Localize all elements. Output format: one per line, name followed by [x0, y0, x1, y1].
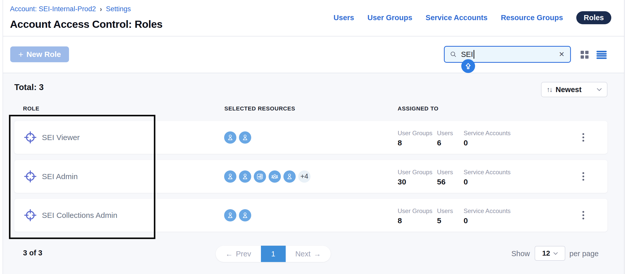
- assigned-user-groups: User Groups30: [398, 169, 432, 186]
- tab-resource-groups[interactable]: Resource Groups: [501, 14, 563, 22]
- row-menu-kebab-icon[interactable]: [578, 170, 588, 183]
- search-input[interactable]: SEI ✕: [444, 46, 571, 63]
- search-icon: [449, 50, 457, 58]
- user-resource-icon: [239, 131, 251, 144]
- result-count: 3 of 3: [23, 249, 42, 257]
- assigned-service-accounts: Service Accounts0: [464, 207, 511, 225]
- selected-resources: +4: [224, 170, 310, 183]
- page-title: Account Access Control: Roles: [10, 18, 163, 30]
- plus-icon: +: [18, 50, 24, 59]
- assigned-user-groups: User Groups8: [398, 207, 432, 225]
- right-border: [624, 0, 625, 274]
- row-menu-kebab-icon[interactable]: [578, 209, 588, 222]
- tab-user-groups[interactable]: User Groups: [367, 14, 412, 22]
- left-border: [3, 0, 3, 274]
- per-page-label: per page: [569, 250, 599, 258]
- assigned-user-groups: User Groups8: [398, 130, 432, 147]
- tab-service-accounts[interactable]: Service Accounts: [425, 14, 487, 22]
- breadcrumb-settings-link[interactable]: Settings: [106, 5, 131, 13]
- breadcrumb: Account: SEI-Internal-Prod2 › Settings: [10, 5, 131, 13]
- role-name: SEI Viewer: [42, 133, 80, 142]
- tab-users[interactable]: Users: [334, 14, 354, 22]
- user-resource-icon: [224, 131, 236, 144]
- search-value: SEI: [461, 50, 558, 59]
- assigned-users: Users56: [437, 169, 453, 186]
- user-resource-icon: [224, 209, 236, 221]
- show-label: Show: [511, 250, 530, 258]
- total-count: Total: 3: [14, 82, 44, 92]
- selected-resources: [224, 209, 251, 221]
- group-resource-icon: [269, 170, 281, 183]
- header-divider: [3, 36, 624, 36]
- assigned-service-accounts: Service Accounts0: [464, 130, 511, 147]
- user-resource-icon: [283, 170, 296, 183]
- role-crosshair-icon: [23, 208, 38, 222]
- new-role-button-label: New Role: [26, 50, 61, 59]
- assigned-users: Users6: [437, 130, 453, 147]
- sort-arrows-icon: ↑↓: [547, 86, 552, 94]
- insights-resource-icon: [254, 170, 266, 183]
- new-role-button[interactable]: + New Role: [10, 46, 69, 62]
- selected-resources: [224, 131, 251, 144]
- role-row-sei-collections-admin[interactable]: SEI Collections Admin User Groups8 Users…: [14, 199, 607, 232]
- text-caret: [474, 50, 474, 59]
- caps-lock-overlay-icon: [461, 59, 475, 73]
- clear-search-icon[interactable]: ✕: [558, 50, 566, 58]
- role-crosshair-icon: [23, 169, 38, 184]
- arrow-right-icon: →: [314, 250, 321, 258]
- column-header-assigned: ASSIGNED TO: [398, 105, 439, 112]
- roles-page: Account: SEI-Internal-Prod2 › Settings A…: [0, 0, 644, 274]
- role-row-sei-viewer[interactable]: SEI Viewer User Groups8 Users6 Service A…: [14, 121, 607, 154]
- chevron-down-icon: [597, 88, 602, 91]
- sort-dropdown[interactable]: ↑↓ Newest: [541, 82, 607, 97]
- list-view-icon[interactable]: [596, 51, 607, 59]
- user-resource-icon: [239, 170, 251, 183]
- access-control-tabs: Users User Groups Service Accounts Resou…: [334, 11, 611, 24]
- column-header-resources: SELECTED RESOURCES: [224, 105, 295, 112]
- pagination: ← Prev 1 Next →: [216, 246, 331, 262]
- chevron-down-icon: [553, 252, 558, 255]
- current-page-button[interactable]: 1: [261, 246, 286, 262]
- arrow-left-icon: ←: [225, 250, 233, 258]
- row-menu-kebab-icon[interactable]: [578, 131, 588, 144]
- page-size-select[interactable]: 12: [535, 246, 565, 261]
- more-resources-badge: +4: [298, 170, 310, 183]
- breadcrumb-account-link[interactable]: Account: SEI-Internal-Prod2: [10, 5, 96, 13]
- tab-roles-active[interactable]: Roles: [576, 11, 611, 24]
- next-page-button[interactable]: Next →: [286, 246, 331, 262]
- assigned-users: Users5: [437, 207, 453, 225]
- chevron-right-icon: ›: [100, 5, 102, 13]
- column-header-role: ROLE: [23, 105, 39, 112]
- user-resource-icon: [224, 170, 236, 183]
- grid-view-icon[interactable]: [581, 51, 589, 59]
- user-resource-icon: [239, 209, 251, 221]
- sort-value: Newest: [556, 85, 593, 94]
- role-name: SEI Admin: [42, 172, 78, 181]
- role-name: SEI Collections Admin: [42, 211, 117, 220]
- toolbar-divider: [3, 73, 624, 73]
- assigned-service-accounts: Service Accounts0: [464, 169, 511, 186]
- role-row-sei-admin[interactable]: SEI Admin +4 User Groups30 Users56 Servi…: [14, 160, 607, 193]
- prev-page-button[interactable]: ← Prev: [216, 246, 261, 262]
- role-crosshair-icon: [23, 130, 38, 145]
